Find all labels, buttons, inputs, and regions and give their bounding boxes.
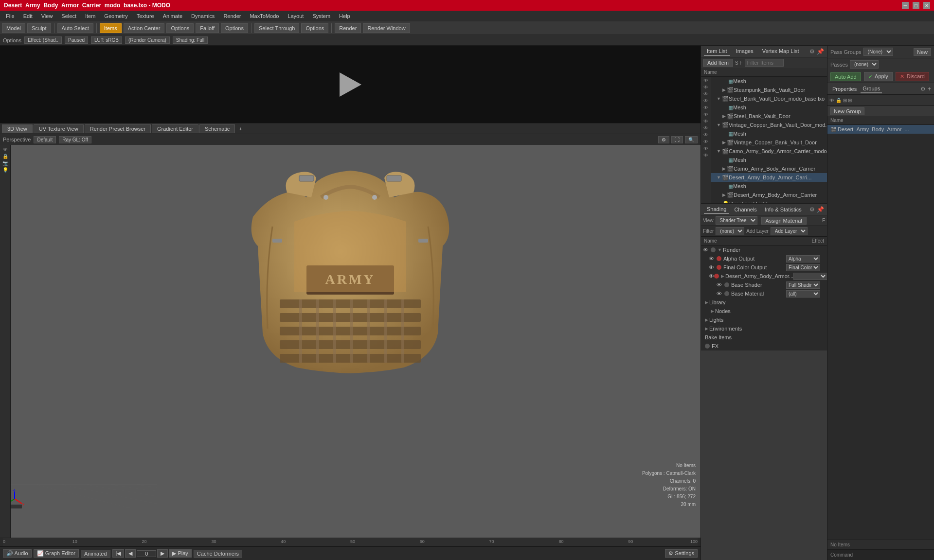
panel-settings-icon[interactable]: ⚙ [809, 48, 815, 55]
next-frame-button[interactable]: ▶ [157, 549, 168, 558]
model-button[interactable]: Model [2, 23, 25, 33]
tree-item-mesh-4[interactable]: ▦ Mesh [711, 156, 827, 164]
light-icon-vp[interactable]: 💡 [2, 167, 8, 173]
items-button[interactable]: Items [100, 23, 122, 33]
filter-input[interactable] [745, 59, 784, 67]
menu-layout[interactable]: Layout [284, 12, 307, 20]
eye-icon-2[interactable]: 👁 [703, 85, 708, 90]
eye-icon-12[interactable]: 👁 [703, 153, 708, 158]
tab-gradient[interactable]: Gradient Editor [152, 124, 198, 133]
tree-item-desert-carrier[interactable]: ▶ 🎬 Desert_Army_Body_Armor_Carrier [711, 191, 827, 199]
ray-gl-button[interactable]: Ray GL: Off [59, 136, 91, 143]
shader-tree-select[interactable]: Shader Tree [716, 216, 757, 225]
shader-row-lights[interactable]: ▶ Lights [701, 315, 827, 324]
skip-start-button[interactable]: |◀ [112, 549, 125, 558]
eye-icon-9[interactable]: 👁 [703, 132, 708, 138]
shader-row-base-shader[interactable]: 👁 Base Shader Full Shading [701, 280, 827, 289]
shader-row-environments[interactable]: ▶ Environments [701, 324, 827, 333]
menu-maxtomodo[interactable]: MaxToModo [246, 12, 283, 20]
eye-icon-11[interactable]: 👁 [703, 146, 708, 151]
tree-item-desert-armor[interactable]: ▼ 🎬 Desert_Army_Body_Armor_Carri... [711, 173, 827, 182]
prev-frame-button[interactable]: ◀ [125, 549, 136, 558]
eye-icon-8[interactable]: 👁 [703, 125, 708, 131]
groups-settings-icon[interactable]: ⚙ [920, 86, 926, 92]
shader-row-final-color[interactable]: 👁 Final Color Output Final Color [701, 263, 827, 272]
audio-button[interactable]: 🔊 Audio [3, 549, 32, 558]
sculpt-button[interactable]: Sculpt [27, 23, 51, 33]
options-button-3[interactable]: Options [301, 23, 328, 33]
visibility-icon[interactable]: 👁 [3, 147, 8, 152]
play-transport-button[interactable]: ▶ Play [169, 549, 191, 558]
options-button-1[interactable]: Options [166, 23, 194, 33]
render-button[interactable]: Render [335, 23, 361, 33]
add-viewport-tab[interactable]: + [236, 125, 245, 133]
shader-row-nodes[interactable]: ▶ Nodes [701, 307, 827, 315]
graph-editor-button[interactable]: 📈 Graph Editor [34, 549, 79, 558]
panel-pin-icon[interactable]: 📌 [817, 48, 824, 55]
filter-shading-select[interactable]: (none) [716, 227, 744, 235]
menu-render[interactable]: Render [219, 12, 245, 20]
close-button[interactable]: ✕ [923, 2, 930, 9]
minimize-button[interactable]: ─ [902, 2, 909, 9]
tab-uv-texture[interactable]: UV Texture View [34, 124, 84, 133]
render-window-button[interactable]: Render Window [363, 23, 410, 33]
tree-item-mesh-5[interactable]: ▦ Mesh [711, 182, 827, 191]
eye-icon-6[interactable]: 👁 [703, 112, 708, 117]
tab-properties[interactable]: Properties [830, 85, 859, 93]
options-button-2[interactable]: Options [221, 23, 248, 33]
discard-button[interactable]: ✕ Discard [896, 72, 929, 81]
new-pass-button[interactable]: New [914, 48, 931, 56]
tree-item-steampunk[interactable]: ▶ 🎬 Steampunk_Bank_Vault_Door [711, 86, 827, 94]
tree-item-dir-light[interactable]: 💡 Directional Light [711, 199, 827, 203]
tab-item-list[interactable]: Item List [704, 47, 730, 56]
shader-row-fx[interactable]: FX [701, 342, 827, 350]
tree-item-vintage[interactable]: ▼ 🎬 Vintage_Copper_Bank_Vault_Door_mod..… [711, 121, 827, 129]
lock-icon[interactable]: 🔒 [2, 154, 8, 159]
passes-select[interactable]: (none) [850, 60, 879, 69]
add-layer-select[interactable]: Add Layer [771, 227, 808, 235]
falloff-button[interactable]: Falloff [196, 23, 219, 33]
settings-button[interactable]: ⚙ Settings [665, 549, 698, 558]
tree-item-mesh-1[interactable]: ▦ Mesh [711, 77, 827, 86]
shader-row-alpha[interactable]: 👁 Alpha Output Alpha [701, 254, 827, 263]
tree-item-mesh-2[interactable]: ▦ Mesh [711, 103, 827, 112]
action-center-button[interactable]: Action Center [124, 23, 165, 33]
eye-icon-5[interactable]: 👁 [703, 105, 708, 110]
groups-add-icon[interactable]: + [928, 86, 931, 92]
menu-system[interactable]: System [308, 12, 334, 20]
tab-channels[interactable]: Channels [731, 206, 759, 213]
shading-settings-icon[interactable]: ⚙ [809, 206, 815, 213]
menu-geometry[interactable]: Geometry [100, 12, 131, 20]
groups-item-desert[interactable]: 🎬 Desert_Army_Body_Armor_... [827, 125, 934, 134]
menu-file[interactable]: File [2, 12, 18, 20]
add-item-button[interactable]: Add Item [703, 59, 733, 67]
tab-info-statistics[interactable]: Info & Statistics [762, 206, 805, 213]
maximize-button[interactable]: □ [913, 2, 919, 9]
base-mat-select[interactable]: (all) [786, 290, 820, 298]
default-button[interactable]: Default [34, 136, 56, 143]
menu-edit[interactable]: Edit [19, 12, 36, 20]
viewport-fit-button[interactable]: ⛶ [671, 136, 683, 143]
auto-select-button[interactable]: Auto Select [57, 23, 93, 33]
tree-item-steel-door[interactable]: ▶ 🎬 Steel_Bank_Vault_Door [711, 112, 827, 121]
shader-row-render[interactable]: 👁 ▼ Render [701, 245, 827, 254]
shader-row-bake[interactable]: Bake Items [701, 333, 827, 342]
camera-icon[interactable]: 📷 [2, 160, 8, 166]
menu-help[interactable]: Help [335, 12, 354, 20]
desert-effect-select[interactable] [793, 273, 827, 280]
eye-icon-7[interactable]: 👁 [703, 119, 708, 124]
pass-groups-select[interactable]: (None) [863, 48, 893, 56]
timeline-track[interactable]: 0 10 20 30 40 50 60 70 80 90 100 [3, 538, 698, 546]
apply-button[interactable]: ✓ Apply [864, 72, 893, 81]
assign-material-button[interactable]: Assign Material [761, 217, 807, 225]
select-through-button[interactable]: Select Through [254, 23, 299, 33]
tree-item-mesh-3[interactable]: ▦ Mesh [711, 129, 827, 138]
tab-vertex-map[interactable]: Vertex Map List [759, 47, 802, 56]
eye-icon-4[interactable]: 👁 [703, 98, 708, 104]
menu-item[interactable]: Item [81, 12, 99, 20]
menu-dynamics[interactable]: Dynamics [187, 12, 218, 20]
shading-pin-icon[interactable]: 📌 [817, 206, 824, 213]
tree-item-camo[interactable]: ▼ 🎬 Camo_Army_Body_Armor_Carrier_modo... [711, 147, 827, 156]
tab-groups[interactable]: Groups [861, 85, 882, 93]
tab-3d-view[interactable]: 3D View [2, 124, 33, 133]
